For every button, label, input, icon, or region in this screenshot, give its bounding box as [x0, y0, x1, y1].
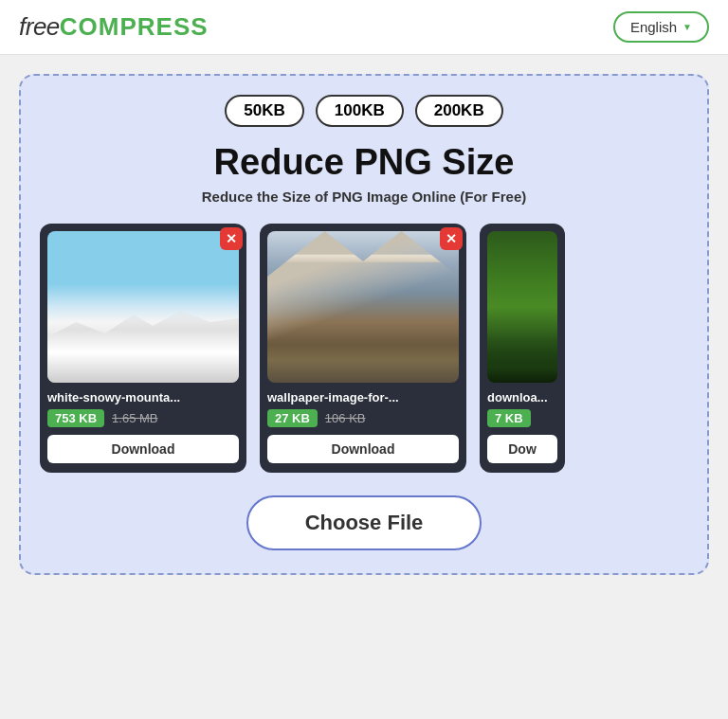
language-selector[interactable]: English ▼	[613, 11, 709, 43]
size-badge-100kb[interactable]: 100KB	[316, 95, 404, 127]
language-label: English	[630, 19, 677, 35]
compressed-size-1: 753 KB	[47, 409, 104, 427]
image-preview-1	[47, 231, 239, 383]
close-button-1[interactable]: ✕	[220, 227, 243, 250]
logo: freeCOMPRESS	[19, 12, 209, 42]
filename-2: wallpaper-image-for-...	[267, 390, 459, 404]
size-badge-row: 50KB 100KB 200KB	[40, 95, 688, 127]
original-size-2: 106 KB	[325, 411, 366, 425]
image-card-2: ✕ wallpaper-image-for-... 27 KB 106 KB D…	[260, 224, 466, 473]
choose-file-button[interactable]: Choose File	[246, 495, 482, 550]
size-badge-50kb[interactable]: 50KB	[225, 95, 303, 127]
tool-card: 50KB 100KB 200KB Reduce PNG Size Reduce …	[19, 74, 709, 575]
image-card-1: ✕ white-snowy-mounta... 753 KB 1.65 MB D…	[40, 224, 246, 473]
logo-free-text: free	[19, 12, 60, 41]
page-subtitle: Reduce the Size of PNG Image Online (For…	[40, 189, 688, 205]
page-title: Reduce PNG Size	[40, 142, 688, 183]
size-row-1: 753 KB 1.65 MB	[47, 409, 239, 427]
size-badge-200kb[interactable]: 200KB	[415, 95, 503, 127]
choose-file-section: Choose File	[40, 495, 688, 550]
images-row: ✕ white-snowy-mounta... 753 KB 1.65 MB D…	[40, 224, 688, 473]
mountain-painting-image	[267, 231, 459, 383]
filename-3: downloa...	[487, 390, 557, 404]
download-button-2[interactable]: Download	[267, 435, 459, 463]
compressed-size-2: 27 KB	[267, 409, 318, 427]
filename-1: white-snowy-mounta...	[47, 390, 239, 404]
close-button-2[interactable]: ✕	[440, 227, 463, 250]
size-row-3: 7 KB	[487, 409, 557, 427]
forest-image	[487, 231, 557, 383]
header: freeCOMPRESS English ▼	[0, 0, 728, 55]
download-button-1[interactable]: Download	[47, 435, 239, 463]
original-size-1: 1.65 MB	[112, 411, 157, 425]
chevron-down-icon: ▼	[682, 22, 692, 32]
size-row-2: 27 KB 106 KB	[267, 409, 459, 427]
snow-mountain-image	[47, 231, 239, 383]
main-content: 50KB 100KB 200KB Reduce PNG Size Reduce …	[0, 55, 728, 594]
image-preview-2	[267, 231, 459, 383]
compressed-size-3: 7 KB	[487, 409, 531, 427]
image-card-3: downloa... 7 KB Dow	[480, 224, 565, 473]
image-preview-3	[487, 231, 557, 383]
download-button-3[interactable]: Dow	[487, 435, 557, 463]
logo-compress-text: COMPRESS	[60, 12, 209, 41]
